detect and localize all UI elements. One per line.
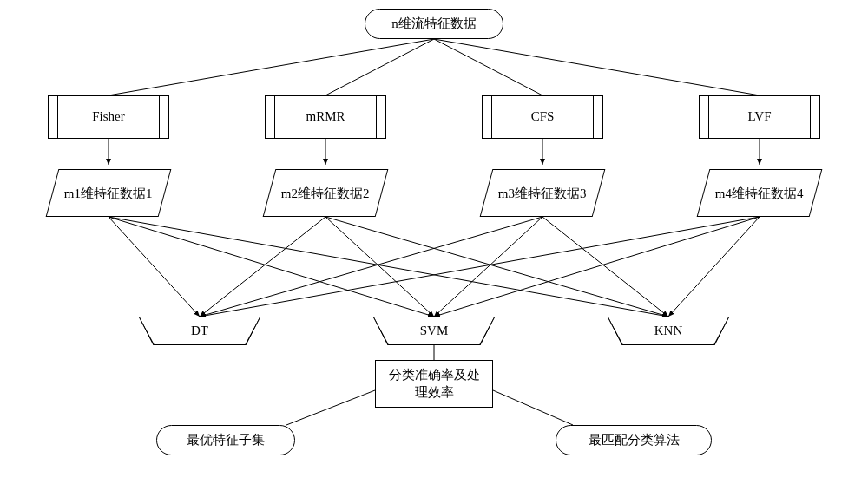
classifier-svm: SVM [373, 317, 495, 345]
svg-line-22 [493, 390, 573, 425]
method-fisher-label: Fisher [92, 108, 125, 126]
subset-3: m3维特征数据3 [480, 169, 606, 217]
svg-line-13 [326, 217, 668, 317]
svg-line-10 [108, 217, 668, 317]
svg-line-11 [200, 217, 326, 317]
subset-2-label: m2维特征数据2 [281, 186, 370, 201]
svg-line-17 [200, 217, 760, 317]
subset-1: m1维特征数据1 [46, 169, 172, 217]
result-box: 分类准确率及处理效率 [375, 360, 493, 408]
svg-line-21 [286, 390, 375, 425]
classifier-svm-label: SVM [420, 324, 449, 338]
subset-4-label: m4维特征数据4 [715, 186, 804, 201]
output-best-classifier-label: 最匹配分类算法 [589, 432, 680, 449]
classifier-dt: DT [139, 317, 260, 345]
svg-line-1 [326, 39, 434, 95]
classifier-dt-label: DT [191, 324, 208, 338]
result-box-label: 分类准确率及处理效率 [383, 367, 485, 401]
method-mrmr-label: mRMR [306, 108, 345, 126]
subset-3-label: m3维特征数据3 [498, 186, 587, 201]
svg-line-0 [108, 39, 434, 95]
method-fisher: Fisher [48, 95, 169, 139]
subset-2: m2维特征数据2 [263, 169, 389, 217]
classifier-knn-label: KNN [654, 324, 683, 338]
svg-line-18 [434, 217, 760, 317]
method-lvf: LVF [699, 95, 820, 139]
method-mrmr: mRMR [265, 95, 386, 139]
svg-line-8 [108, 217, 200, 317]
svg-line-19 [668, 217, 760, 317]
svg-line-15 [434, 217, 542, 317]
method-cfs-label: CFS [531, 108, 555, 126]
subset-4: m4维特征数据4 [697, 169, 823, 217]
connectors-layer [0, 0, 868, 484]
classifier-knn: KNN [608, 317, 729, 345]
method-lvf-label: LVF [748, 108, 772, 126]
svg-line-3 [434, 39, 760, 95]
output-best-classifier: 最匹配分类算法 [556, 425, 712, 455]
method-cfs: CFS [482, 95, 603, 139]
output-best-subset-label: 最优特征子集 [187, 432, 265, 449]
input-data-node: n维流特征数据 [365, 9, 503, 39]
output-best-subset: 最优特征子集 [156, 425, 295, 455]
svg-line-16 [542, 217, 668, 317]
svg-line-2 [434, 39, 542, 95]
svg-line-14 [200, 217, 542, 317]
svg-line-12 [326, 217, 434, 317]
subset-1-label: m1维特征数据1 [64, 186, 153, 201]
svg-line-9 [108, 217, 434, 317]
input-data-label: n维流特征数据 [391, 16, 477, 33]
